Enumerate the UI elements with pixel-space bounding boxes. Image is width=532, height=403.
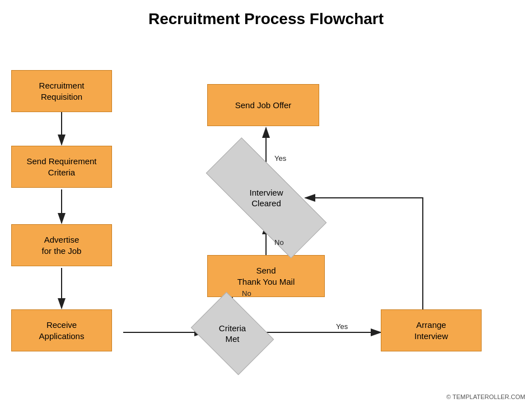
label-no-interview: No <box>274 238 284 247</box>
box-arrange-interview: Arrange Interview <box>381 309 482 351</box>
label-yes-interview: Yes <box>274 154 286 163</box>
box-send-thank-you-mail: Send Thank You Mail <box>207 255 325 297</box>
label-no-criteria: No <box>242 289 251 298</box>
box-send-job-offer: Send Job Offer <box>207 84 319 126</box>
box-receive-applications: Receive Applications <box>11 309 112 351</box>
diamond-interview-cleared: Interview Cleared <box>206 173 326 223</box>
diamond-criteria-met: Criteria Met <box>199 308 266 359</box>
box-send-requirement-criteria: Send Requirement Criteria <box>11 146 112 188</box>
label-yes-criteria: Yes <box>336 322 348 331</box>
copyright: © TEMPLATEROLLER.COM <box>446 393 525 400</box>
box-advertise-for-job: Advertise for the Job <box>11 224 112 266</box>
flowchart: Recruitment Requisition Send Requirement… <box>0 34 532 403</box>
page-title: Recruitment Process Flowchart <box>0 0 532 34</box>
box-recruitment-requisition: Recruitment Requisition <box>11 70 112 112</box>
